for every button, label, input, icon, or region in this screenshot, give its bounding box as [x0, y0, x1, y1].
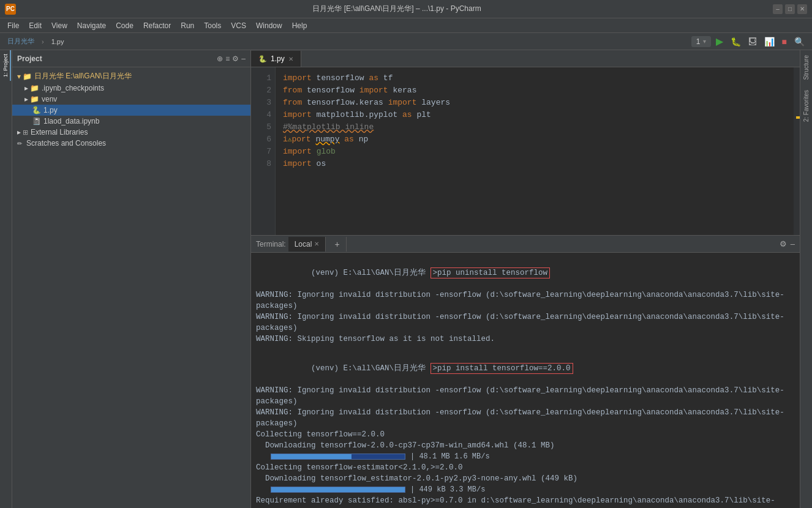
tree-root[interactable]: ▾ 📁 日月光华 E:\all\GAN\日月光华 [12, 70, 250, 83]
code-line-7: import glob [283, 146, 794, 158]
stop-button[interactable]: ■ [780, 35, 789, 48]
terminal-local-tab[interactable]: Local ✕ [288, 237, 326, 252]
menu-file[interactable]: File [2, 20, 24, 31]
breadcrumb-file[interactable]: 1.py [49, 37, 67, 47]
menu-tools[interactable]: Tools [199, 20, 226, 31]
menu-vcs[interactable]: VCS [226, 20, 251, 31]
titlebar: PC 日月光华 [E:\all\GAN\日月光华] – ...\1.py - P… [0, 0, 812, 18]
terminal-tab-label: Local [295, 240, 312, 248]
tree-external-libs[interactable]: ▸ ⊞ External Libraries [12, 127, 250, 138]
menubar: File Edit View Navigate Code Refactor Ru… [0, 18, 812, 33]
breadcrumb-project[interactable]: 日月光华 [5, 35, 37, 47]
menu-edit[interactable]: Edit [24, 20, 47, 31]
terminal-area: Terminal: Local ✕ + ⚙ – [251, 235, 800, 508]
code-line-3: from tensorflow.keras import layers [283, 97, 794, 109]
code-line-1: import tensorflow as tf [283, 72, 794, 84]
terminal-settings-icon[interactable]: ⚙ [780, 239, 787, 248]
tree-file-1py[interactable]: 🐍 1.py [12, 105, 250, 116]
editor-tabs: 🐍 1.py ✕ [251, 50, 800, 67]
terminal-line-4: WARNING: Skipping tensorflow as it is no… [256, 334, 795, 345]
terminal-line-5: (venv) E:\all\GAN\日月光华 >pip install tens… [256, 352, 795, 385]
minimize-button[interactable]: – [773, 4, 783, 14]
menu-code[interactable]: Code [111, 20, 138, 31]
menu-refactor[interactable]: Refactor [138, 20, 176, 31]
terminal-line-9: Downloading tensorflow-2.0.0-cp37-cp37m-… [256, 440, 795, 451]
terminal-line-12: Requirement already satisfied: absl-py>=… [256, 495, 795, 508]
tree-file-ipynb[interactable]: 📓 1laod_data.ipynb [12, 116, 250, 127]
window-title: 日月光华 [E:\all\GAN\日月光华] – ...\1.py - PyCh… [21, 4, 773, 14]
tree-external-libs-label: External Libraries [31, 128, 88, 136]
sidebar: Project ⊕ ≡ ⚙ – ▾ 📁 日月光华 E:\all\GAN\日月光华… [12, 50, 251, 508]
tab-1py-label: 1.py [271, 54, 285, 63]
tree-ipynb-label: .ipynb_checkpoints [42, 84, 104, 92]
terminal-tab-close[interactable]: ✕ [314, 241, 319, 247]
tab-1py[interactable]: 🐍 1.py ✕ [251, 51, 301, 67]
menu-window[interactable]: Window [251, 20, 287, 31]
project-tree: ▾ 📁 日月光华 E:\all\GAN\日月光华 ▸ 📁 .ipynb_chec… [12, 67, 250, 508]
terminal-label: Terminal: [256, 240, 286, 248]
tree-file-1py-label: 1.py [43, 106, 58, 114]
menu-navigate[interactable]: Navigate [72, 20, 111, 31]
run-button[interactable]: ▶ [713, 34, 726, 48]
tree-ipynb-checkpoints[interactable]: ▸ 📁 .ipynb_checkpoints [12, 83, 250, 94]
sidebar-settings-button[interactable]: ⚙ [232, 54, 239, 63]
tree-scratches[interactable]: ✏ Scratches and Consoles [12, 138, 250, 149]
close-button[interactable]: ✕ [797, 4, 807, 14]
terminal-plus-icon: + [334, 239, 339, 249]
terminal-add-button[interactable]: + [328, 237, 346, 252]
tree-file-ipynb-label: 1laod_data.ipynb [43, 117, 99, 125]
menu-view[interactable]: View [47, 20, 72, 31]
sidebar-actions: ⊕ ≡ ⚙ – [217, 54, 246, 63]
terminal-empty-1 [256, 345, 795, 352]
terminal-progress-2: | 449 kB 3.3 MB/s [256, 484, 795, 495]
maximize-button[interactable]: □ [785, 4, 795, 14]
profile-button[interactable]: 📊 [762, 35, 777, 48]
left-panel-tabs: 1: Project [0, 50, 12, 508]
code-line-5: #%matplotlib inline [283, 121, 794, 133]
side-buttons: Structure 2: Favorites [800, 50, 812, 508]
terminal-line-2: WARNING: Ignoring invalid distribution -… [256, 289, 795, 312]
tree-venv[interactable]: ▸ 📁 venv [12, 94, 250, 105]
breadcrumb-separator: › [39, 37, 47, 47]
terminal-line-11: Downloading tensorflow_estimator-2.0.1-p… [256, 473, 795, 484]
terminal-line-8: Collecting tensorflow==2.0.0 [256, 429, 795, 440]
run-config-dropdown-icon[interactable]: ▾ [703, 38, 706, 45]
code-line-8: import os [283, 158, 794, 170]
coverage-button[interactable]: ⛾ [746, 35, 759, 48]
terminal-line-7: WARNING: Ignoring invalid distribution -… [256, 407, 795, 429]
tree-root-label: 日月光华 E:\all\GAN\日月光华 [34, 71, 132, 81]
terminal-minimize-icon[interactable]: – [791, 239, 795, 248]
search-everywhere-button[interactable]: 🔍 [792, 35, 807, 48]
code-line-2: from tensorflow import keras [283, 84, 794, 97]
terminal-header: Terminal: Local ✕ + ⚙ – [251, 236, 800, 253]
tree-venv-label: venv [42, 95, 57, 103]
line-numbers: 1 2 3 4 5 6 7 8 [251, 67, 276, 235]
tab-project[interactable]: 1: Project [1, 50, 11, 81]
debug-button[interactable]: 🐛 [728, 35, 743, 48]
terminal-line-6: WARNING: Ignoring invalid distribution -… [256, 385, 795, 407]
structure-button[interactable]: Structure [802, 50, 811, 85]
favorites-button[interactable]: 2: Favorites [802, 85, 811, 127]
terminal-controls: ⚙ – [780, 239, 795, 248]
main-toolbar: 日月光华 › 1.py 1 ▾ ▶ 🐛 ⛾ 📊 ■ 🔍 [0, 33, 812, 50]
terminal-progress-1: | 48.1 MB 1.6 MB/s [256, 451, 795, 462]
sidebar-collapse-button[interactable]: ≡ [225, 54, 230, 63]
code-line-6: i⚠port numpy as np [283, 133, 794, 146]
app-logo: PC [5, 4, 16, 15]
sidebar-title: Project [17, 54, 42, 63]
tree-scratches-label: Scratches and Consoles [26, 139, 106, 148]
code-editor[interactable]: 1 2 3 4 5 6 7 8 import tensorflow as tf … [251, 67, 800, 235]
window-controls: – □ ✕ [773, 4, 807, 14]
run-config-label: 1 [696, 37, 701, 46]
terminal-line-1: (venv) E:\all\GAN\日月光华 >pip uninstall te… [256, 256, 795, 289]
code-content[interactable]: import tensorflow as tf from tensorflow … [276, 67, 794, 235]
sidebar-scope-button[interactable]: ⊕ [217, 54, 223, 63]
menu-run[interactable]: Run [176, 20, 199, 31]
sidebar-header: Project ⊕ ≡ ⚙ – [12, 50, 250, 67]
sidebar-hide-button[interactable]: – [241, 54, 246, 63]
tab-close-icon[interactable]: ✕ [288, 56, 293, 62]
code-line-4: import matplotlib.pyplot as plt [283, 109, 794, 121]
terminal-content[interactable]: (venv) E:\all\GAN\日月光华 >pip uninstall te… [251, 253, 800, 508]
menu-help[interactable]: Help [287, 20, 312, 31]
editor-area: 🐍 1.py ✕ 1 2 3 4 5 6 [251, 50, 800, 235]
